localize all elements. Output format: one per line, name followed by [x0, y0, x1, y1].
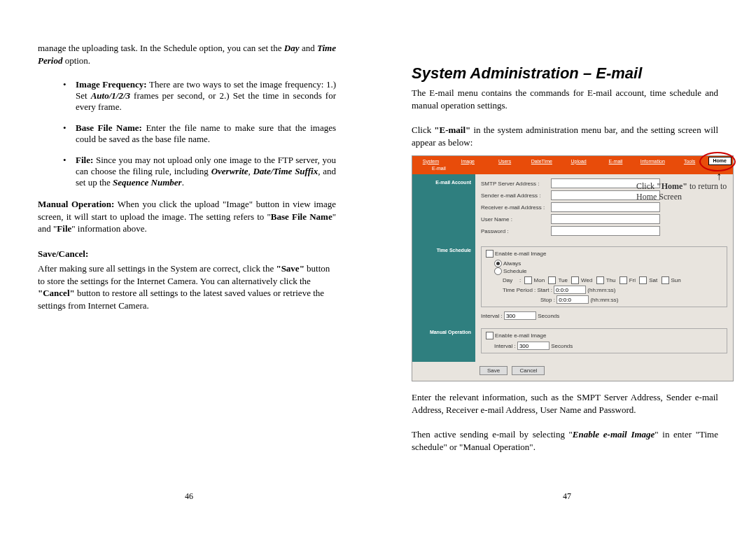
button-row: Save Cancel	[412, 362, 733, 381]
radio-schedule[interactable]	[494, 267, 502, 275]
label-seconds-manual: Seconds	[551, 343, 573, 349]
text: File	[57, 223, 71, 234]
radio-always[interactable]	[494, 260, 502, 267]
label: File:	[76, 155, 93, 165]
submenu-email: E-mail	[412, 166, 733, 174]
text: "Save"	[276, 263, 304, 274]
chk-mon[interactable]	[524, 276, 532, 284]
label-interval-manual: Interval :	[494, 343, 516, 349]
chk-sun[interactable]	[662, 276, 669, 284]
text: Then active sending e-mail by selecting …	[412, 429, 573, 440]
menu-upload[interactable]: Upload	[560, 159, 597, 164]
menu-users[interactable]: Users	[486, 159, 524, 164]
save-cancel-label: Save/Cancel:	[38, 248, 336, 260]
interval-manual-input[interactable]	[517, 342, 550, 350]
label-username: User Name :	[481, 216, 551, 223]
callout-circle	[699, 152, 736, 171]
manual-op-para: Manual Operation: When you click the upl…	[38, 198, 336, 235]
para-4: Then active sending e-mail by selecting …	[412, 428, 718, 453]
time-schedule-panel: Enable e-mail Image Always Schedule Day …	[475, 242, 733, 324]
chk-thu[interactable]	[596, 276, 604, 284]
menu-datetime[interactable]: DateTime	[523, 159, 560, 164]
label-receiver: Receiver e-mail Address :	[481, 204, 551, 211]
stop-time-input[interactable]	[556, 295, 589, 304]
bullet-list: Image Frequency: There are two ways to s…	[63, 79, 336, 188]
page-46: manage the uploading task. In the Schedu…	[0, 0, 378, 534]
para-2: Click "E-mail" in the system administrat…	[412, 124, 718, 148]
section-time-schedule: Time Schedule	[412, 242, 475, 324]
label-password: Password :	[481, 228, 551, 234]
bullet-base-file-name: Base File Name: Enter the file name to m…	[63, 122, 336, 145]
label-enable-email: Enable e-mail Image	[495, 251, 546, 257]
label-seconds: Seconds	[538, 313, 559, 319]
label-thu: Thu	[606, 277, 616, 283]
start-time-input[interactable]	[554, 286, 586, 294]
label-sun: Sun	[671, 277, 681, 283]
save-cancel-para: After making sure all settings in the Sy…	[38, 262, 336, 311]
text: After making sure all settings in the Sy…	[38, 263, 276, 274]
page-47: System Administration – E-mail The E-mai…	[378, 0, 756, 534]
password-input[interactable]	[551, 226, 660, 236]
callout-text: Click "Home" to return to Home Screen	[636, 181, 727, 202]
label-mon: Mon	[534, 277, 545, 283]
label-always: Always	[503, 260, 521, 267]
text: "E-mail"	[434, 125, 470, 135]
text: button to restore all settings to the la…	[38, 288, 324, 311]
text: .	[182, 177, 184, 188]
text: "Cancel"	[38, 288, 75, 298]
label-sender: Sender e-mail Address :	[481, 192, 551, 199]
text: "Home"	[657, 181, 687, 191]
section-email-account: E-mail Account	[412, 174, 475, 242]
label: Base File Name:	[76, 122, 142, 133]
text: Date/Time Suffix	[253, 166, 318, 176]
para-3: Enter the relevant information, such as …	[412, 391, 718, 416]
receiver-input[interactable]	[551, 202, 660, 212]
section-heading: System Administration – E-mail	[412, 64, 718, 83]
label-stop: Stop :	[540, 297, 555, 303]
label-wed: Wed	[581, 277, 592, 283]
label-day: Day	[503, 277, 512, 283]
para-1: The E-mail menu contains the commands fo…	[412, 87, 718, 111]
label-time-period: Time Period :	[503, 287, 536, 293]
label: Manual Operation:	[38, 199, 114, 209]
text: Sequence Number	[113, 177, 182, 188]
menu-system[interactable]: System	[412, 159, 449, 164]
chk-wed[interactable]	[571, 276, 579, 284]
label-hhmmss: (hh:mm:ss)	[587, 287, 615, 293]
email-settings-screenshot: ↑ Click "Home" to return to Home Screen …	[412, 155, 734, 381]
page-number-right: 47	[378, 491, 756, 502]
manual-operation-panel: Enable e-mail Image Interval : Seconds	[475, 324, 733, 362]
label-enable-email-manual: Enable e-mail Image	[495, 332, 546, 339]
label-schedule: Schedule	[503, 268, 526, 274]
label: Image Frequency:	[76, 79, 147, 90]
text: manage the uploading task. In the Schedu…	[38, 43, 284, 53]
text: option.	[62, 55, 90, 66]
username-input[interactable]	[551, 214, 660, 224]
label-start: Start :	[538, 287, 552, 293]
interval-input[interactable]	[504, 311, 536, 320]
menu-bar: System Image Users DateTime Upload E-mai…	[412, 156, 733, 166]
label-tue: Tue	[558, 277, 568, 283]
intro-para: manage the uploading task. In the Schedu…	[38, 42, 336, 66]
chk-tue[interactable]	[548, 276, 556, 284]
menu-email[interactable]: E-mail	[597, 159, 634, 164]
text: Enable e-mail Image	[573, 429, 654, 440]
bullet-image-frequency: Image Frequency: There are two ways to s…	[63, 79, 336, 113]
text: Click	[636, 181, 657, 191]
text: and	[300, 43, 318, 53]
page-number-left: 46	[0, 491, 378, 502]
enable-email-manual-checkbox[interactable]	[486, 332, 493, 339]
text: Overwrite	[211, 166, 248, 176]
menu-information[interactable]: Information	[634, 159, 671, 164]
label-smtp: SMTP Server Address :	[481, 181, 551, 187]
label-hhmmss2: (hh:mm:ss)	[590, 297, 618, 303]
enable-email-checkbox[interactable]	[486, 250, 493, 258]
cancel-button[interactable]: Cancel	[512, 366, 545, 375]
chk-fri[interactable]	[620, 276, 627, 284]
label-interval: Interval :	[481, 313, 503, 319]
text: " information above.	[71, 223, 146, 234]
text: Day	[284, 43, 300, 53]
save-button[interactable]: Save	[479, 366, 507, 375]
chk-sat[interactable]	[639, 276, 647, 284]
menu-image[interactable]: Image	[449, 159, 486, 164]
